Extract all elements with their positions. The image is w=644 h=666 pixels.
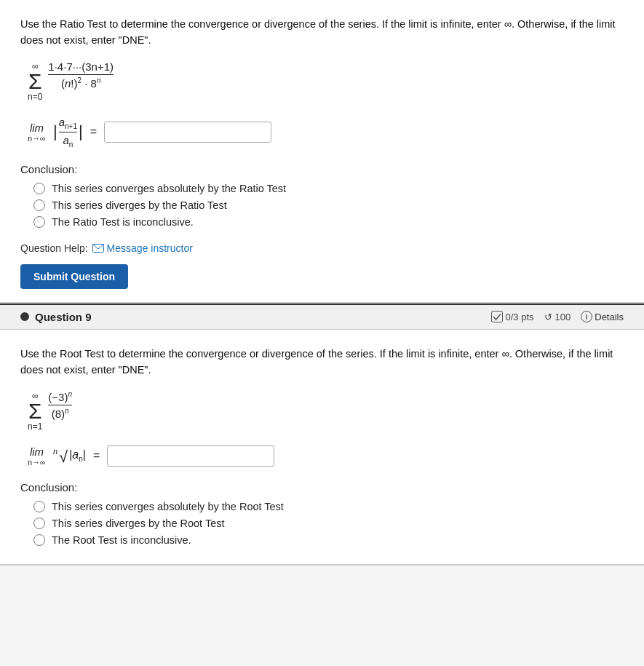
q8-right-bar: |	[79, 124, 83, 140]
q8-series-formula: ∞ Σ n=0 1·4·7···(3n+1) (n!)2 · 8n	[28, 60, 624, 101]
q8-left-bar: |	[53, 124, 57, 140]
q8-abs-fraction: | an+1 an |	[53, 116, 83, 148]
q9-radio-2[interactable]	[33, 518, 45, 529]
q9-instructions: Use the Root Test to determine the conve…	[20, 346, 624, 378]
q8-option-2-label: This series diverges by the Ratio Test	[52, 199, 227, 211]
q9-header-label: Question 9	[35, 311, 92, 323]
q9-option-1-label: This series converges absolutely by the …	[52, 501, 284, 512]
q8-equals: =	[90, 125, 97, 138]
q9-root-content: |an|	[69, 448, 86, 463]
q8-option-3: The Ratio Test is inconclusive.	[33, 216, 624, 228]
q8-help-label: Question Help:	[20, 242, 88, 254]
info-circle-icon: i	[581, 311, 592, 322]
q9-dot	[20, 312, 29, 321]
q9-radio-3[interactable]	[33, 534, 45, 546]
question-8-block: Use the Ratio Test to determine the conv…	[0, 0, 644, 304]
q8-limit-sub: n→∞	[28, 134, 46, 143]
q9-option-2-label: This series diverges by the Root Test	[52, 518, 224, 529]
q9-option-3: The Root Test is inconclusive.	[33, 534, 624, 546]
q8-sigma: ∞ Σ n=0	[28, 62, 42, 101]
q8-denominator: (n!)2 · 8n	[61, 75, 101, 90]
q8-inner-num: an+1	[59, 116, 77, 132]
q9-answer-input[interactable]	[107, 445, 274, 467]
q9-undo-val: 100	[555, 312, 571, 322]
q9-fraction: (−3)n (8)n	[48, 390, 72, 420]
undo-icon: ↺	[544, 312, 552, 322]
q8-sigma-symbol: Σ	[28, 71, 42, 92]
svg-rect-1	[491, 312, 502, 322]
q8-limit-expr: lim n→∞	[28, 122, 46, 143]
q8-answer-input[interactable]	[104, 122, 271, 143]
q8-radio-3[interactable]	[33, 216, 45, 228]
q9-undo-badge: ↺ 100	[544, 312, 571, 322]
q9-details[interactable]: i Details	[581, 311, 624, 322]
q9-details-label: Details	[595, 312, 624, 322]
q9-series-formula: ∞ Σ n=1 (−3)n (8)n	[28, 390, 624, 431]
q8-denom-text: (n!)2 · 8n	[61, 77, 101, 90]
q8-sigma-sub: n=0	[28, 92, 42, 101]
envelope-icon	[92, 244, 104, 253]
q8-radio-2[interactable]	[33, 199, 45, 211]
q9-header: Question 9 0/3 pts ↺ 100 i Details	[0, 304, 644, 330]
q8-conclusion-label: Conclusion:	[20, 163, 624, 175]
q9-option-3-label: The Root Test is inconclusive.	[52, 534, 191, 546]
q8-submit-button[interactable]: Submit Question	[20, 264, 128, 289]
q8-question-help: Question Help: Message instructor	[20, 242, 624, 254]
q9-sigma-symbol: Σ	[28, 400, 42, 422]
q8-numerator: 1·4·7···(3n+1)	[48, 60, 114, 75]
q9-header-right: 0/3 pts ↺ 100 i Details	[491, 311, 624, 322]
q9-pts-badge: 0/3 pts	[491, 311, 534, 322]
q9-numerator: (−3)n	[48, 390, 72, 405]
q9-pts: 0/3 pts	[506, 312, 534, 322]
q8-radio-1[interactable]	[33, 183, 45, 194]
q8-fraction: 1·4·7···(3n+1) (n!)2 · 8n	[48, 60, 114, 90]
pts-check-icon	[491, 311, 503, 322]
q9-limit-expr: lim n→∞	[28, 445, 46, 467]
q9-root-expr: n √ |an|	[53, 448, 86, 464]
q9-sigma: ∞ Σ n=1	[28, 392, 42, 431]
q8-instructions: Use the Ratio Test to determine the conv…	[20, 16, 624, 49]
q9-denominator: (8)n	[52, 405, 69, 420]
q8-option-1: This series converges absolutely by the …	[33, 183, 624, 194]
q9-limit-label: lim	[30, 445, 44, 458]
q9-root-index: n	[53, 447, 57, 456]
q9-limit-sub: n→∞	[28, 458, 46, 467]
q8-message-label: Message instructor	[107, 242, 193, 254]
q8-limit-line: lim n→∞ | an+1 an | =	[28, 116, 624, 148]
q8-limit-label: lim	[30, 122, 44, 134]
q8-inner-fraction: an+1 an	[59, 116, 77, 148]
q8-inner-den: an	[63, 132, 73, 148]
q8-option-3-label: The Ratio Test is inconclusive.	[52, 216, 194, 228]
q9-root-radical: √	[59, 449, 68, 465]
q9-limit-line: lim n→∞ n √ |an| =	[28, 445, 624, 467]
q8-option-2: This series diverges by the Ratio Test	[33, 199, 624, 211]
q9-header-left: Question 9	[20, 311, 92, 323]
q9-equals: =	[93, 449, 100, 462]
q9-conclusion-label: Conclusion:	[20, 481, 624, 493]
question-9-block: Use the Root Test to determine the conve…	[0, 330, 644, 566]
q9-option-2: This series diverges by the Root Test	[33, 518, 624, 529]
q9-option-1: This series converges absolutely by the …	[33, 501, 624, 512]
q8-option-1-label: This series converges absolutely by the …	[52, 183, 286, 194]
q9-sigma-sub: n=1	[28, 422, 42, 431]
q9-radio-1[interactable]	[33, 501, 45, 512]
q8-message-instructor-link[interactable]: Message instructor	[92, 242, 193, 254]
